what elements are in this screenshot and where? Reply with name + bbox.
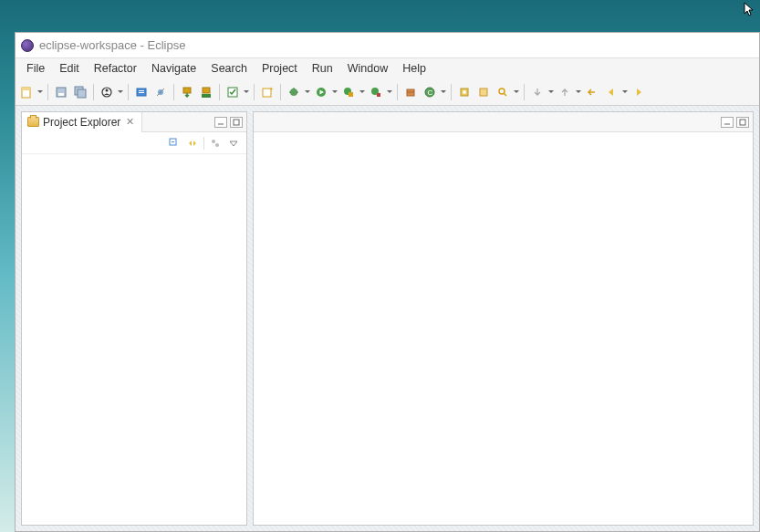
menu-navigate[interactable]: Navigate <box>144 60 203 77</box>
project-explorer-tab[interactable]: Project Explorer ✕ <box>22 112 142 132</box>
svg-text:+: + <box>269 86 274 93</box>
svg-rect-38 <box>234 120 239 125</box>
menu-edit[interactable]: Edit <box>52 60 87 77</box>
external-tools-button[interactable] <box>367 82 385 102</box>
coverage-button[interactable] <box>339 82 358 102</box>
profile-button[interactable] <box>98 82 116 102</box>
next-annotation-dropdown[interactable] <box>547 82 555 102</box>
link-with-editor-button[interactable] <box>185 136 200 151</box>
svg-rect-15 <box>202 94 211 98</box>
save-all-button[interactable] <box>71 82 89 102</box>
svg-rect-34 <box>480 89 487 96</box>
run-dropdown[interactable] <box>331 82 338 102</box>
editor-panel <box>253 111 754 526</box>
view-menu-button[interactable] <box>226 136 241 151</box>
svg-rect-10 <box>139 92 144 93</box>
menu-file[interactable]: File <box>19 60 52 77</box>
window-title: eclipse-workspace - Eclipse <box>39 38 185 52</box>
next-annotation-button[interactable] <box>528 82 547 102</box>
external-tools-dropdown[interactable] <box>386 82 393 102</box>
svg-point-19 <box>290 89 297 96</box>
svg-rect-44 <box>740 120 745 125</box>
new-java-class-button[interactable]: C <box>421 82 439 102</box>
profile-dropdown[interactable] <box>117 82 124 102</box>
main-toolbar: + C <box>16 78 759 106</box>
search-dropdown[interactable] <box>513 82 520 102</box>
svg-rect-9 <box>139 90 144 91</box>
new-project-button[interactable]: + <box>258 82 276 102</box>
editor-maximize-button[interactable] <box>736 117 749 128</box>
mouse-cursor-icon <box>744 2 756 18</box>
editor-area[interactable] <box>254 132 753 525</box>
new-java-package-button[interactable] <box>401 82 420 102</box>
project-explorer-label: Project Explorer <box>43 116 120 129</box>
link-editor-button[interactable] <box>132 82 151 102</box>
svg-point-41 <box>212 140 215 143</box>
package-up-button[interactable] <box>197 82 215 102</box>
svg-rect-13 <box>183 88 191 93</box>
prev-annotation-button[interactable] <box>556 82 574 102</box>
save-button[interactable] <box>52 82 70 102</box>
coverage-dropdown[interactable] <box>359 82 366 102</box>
maximize-view-button[interactable] <box>230 117 243 128</box>
back-dropdown[interactable] <box>621 82 629 102</box>
svg-point-33 <box>463 90 466 94</box>
svg-line-36 <box>504 93 506 96</box>
svg-point-42 <box>215 143 219 147</box>
toggle-button[interactable] <box>224 82 242 102</box>
project-explorer-panel: Project Explorer ✕ <box>21 111 247 526</box>
last-edit-button[interactable] <box>583 82 601 102</box>
svg-rect-14 <box>203 88 210 93</box>
back-button[interactable] <box>602 82 620 102</box>
menu-refactor[interactable]: Refactor <box>87 60 144 77</box>
svg-text:C: C <box>428 89 433 97</box>
prev-annotation-dropdown[interactable] <box>575 82 582 102</box>
forward-button[interactable] <box>630 82 648 102</box>
menu-run[interactable]: Run <box>305 60 340 77</box>
svg-rect-25 <box>349 92 353 97</box>
open-type-button[interactable] <box>455 82 474 102</box>
editor-tab-row <box>254 112 753 132</box>
editor-minimize-button[interactable] <box>721 117 734 128</box>
svg-rect-27 <box>377 93 380 97</box>
menu-search[interactable]: Search <box>203 60 255 77</box>
svg-rect-5 <box>78 89 86 98</box>
package-down-button[interactable] <box>178 82 196 102</box>
search-button[interactable] <box>494 82 512 102</box>
toggle-dropdown[interactable] <box>243 82 250 102</box>
new-button[interactable] <box>17 82 36 102</box>
menubar: File Edit Refactor Navigate Search Proje… <box>16 58 759 78</box>
explorer-tree[interactable] <box>22 154 246 525</box>
collapse-all-button[interactable] <box>167 136 182 151</box>
skip-breakpoints-button[interactable] <box>151 82 170 102</box>
svg-rect-1 <box>22 88 30 90</box>
workspace: Project Explorer ✕ <box>16 106 759 531</box>
new-class-dropdown[interactable] <box>440 82 447 102</box>
focus-button[interactable] <box>208 136 223 151</box>
eclipse-window: eclipse-workspace - Eclipse File Edit Re… <box>15 32 760 532</box>
open-task-button[interactable] <box>474 82 493 102</box>
debug-dropdown[interactable] <box>304 82 311 102</box>
run-button[interactable] <box>312 82 330 102</box>
eclipse-icon <box>21 39 34 52</box>
close-tab-button[interactable]: ✕ <box>124 116 136 128</box>
menu-project[interactable]: Project <box>255 60 305 77</box>
explorer-toolbar <box>22 132 246 154</box>
explorer-tab-row: Project Explorer ✕ <box>22 112 246 132</box>
menu-window[interactable]: Window <box>340 60 395 77</box>
new-dropdown[interactable] <box>36 82 44 102</box>
svg-point-7 <box>106 89 109 91</box>
menu-help[interactable]: Help <box>395 60 433 77</box>
svg-rect-3 <box>58 93 64 96</box>
debug-button[interactable] <box>285 82 303 102</box>
titlebar[interactable]: eclipse-workspace - Eclipse <box>16 33 759 58</box>
minimize-view-button[interactable] <box>214 117 227 128</box>
folder-icon <box>27 117 39 127</box>
